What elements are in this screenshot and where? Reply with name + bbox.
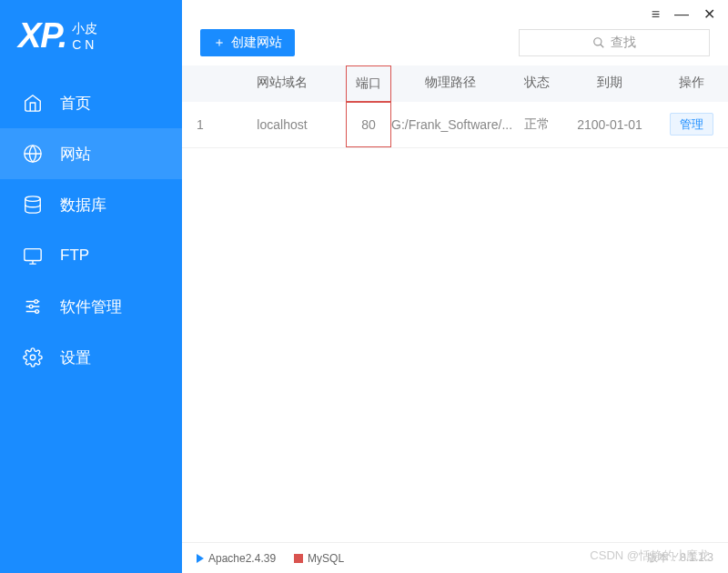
nav-label: 软件管理 [60,297,122,317]
table-header: 网站域名 端口 物理路径 状态 到期 操作 [182,65,728,102]
monitor-icon [22,245,44,266]
logo-main: XP. [18,16,66,55]
manage-button[interactable]: 管理 [670,113,713,136]
nav: 首页 网站 数据库 FTP 软件管理 设置 [0,77,182,573]
td-expire: 2100-01-01 [564,117,655,132]
svg-rect-2 [25,249,41,261]
gear-icon [22,347,44,368]
svg-point-3 [35,300,38,304]
globe-icon [22,143,44,165]
sliders-icon [22,296,44,317]
nav-item-settings[interactable]: 设置 [0,332,182,383]
th-action: 操作 [655,75,728,93]
version-label: 版本：8.1.1.3 [647,550,713,566]
td-port: 80 [346,102,391,147]
nav-label: 网站 [60,144,91,165]
td-idx: 1 [182,117,218,132]
td-action: 管理 [655,116,728,133]
svg-point-6 [30,355,35,360]
logo-sub2: C N [72,36,97,53]
database-icon [22,194,44,216]
sidebar: XP. 小皮 C N 首页 网站 数据库 FTP [0,0,182,573]
mysql-label: MySQL [308,552,344,565]
svg-point-7 [594,38,602,45]
th-idx [182,75,218,93]
create-website-button[interactable]: ＋ 创建网站 [200,29,295,56]
nav-item-website[interactable]: 网站 [0,128,182,179]
close-icon[interactable]: ✕ [703,7,715,22]
td-path: G:/Frank_Software/... [391,117,510,132]
apache-label: Apache2.4.39 [208,552,276,565]
play-icon [197,554,204,563]
status-apache: Apache2.4.39 [197,552,276,565]
minimize-icon[interactable]: — [674,7,689,22]
plus-icon: ＋ [213,35,226,51]
th-port: 端口 [346,65,391,102]
stop-icon [294,554,303,563]
nav-item-ftp[interactable]: FTP [0,230,182,281]
toolbar: ＋ 创建网站 查找 [182,29,728,65]
search-placeholder: 查找 [611,35,636,51]
statusbar: Apache2.4.39 MySQL 版本：8.1.1.3 [182,542,728,573]
nav-label: FTP [60,246,89,265]
home-icon [22,92,44,114]
svg-point-4 [29,305,33,308]
main: ≡ — ✕ ＋ 创建网站 查找 网站域名 端口 物理路径 状态 到期 操作 1 [182,0,728,573]
td-domain: localhost [218,117,346,132]
table-row: 1 localhost 80 G:/Frank_Software/... 正常 … [182,102,728,148]
status-mysql: MySQL [294,552,344,565]
create-label: 创建网站 [231,35,282,51]
svg-point-1 [25,196,41,202]
th-domain: 网站域名 [218,75,346,93]
nav-label: 设置 [60,347,91,368]
logo-sub1: 小皮 [72,20,97,36]
th-expire: 到期 [564,75,655,93]
nav-item-home[interactable]: 首页 [0,77,182,128]
search-input[interactable]: 查找 [519,29,710,56]
nav-label: 首页 [60,93,91,114]
titlebar: ≡ — ✕ [182,0,728,29]
logo: XP. 小皮 C N [0,0,182,77]
svg-point-5 [35,310,39,314]
td-status: 正常 [510,116,564,133]
nav-label: 数据库 [60,195,106,216]
menu-icon[interactable]: ≡ [652,7,660,22]
search-icon [592,36,605,49]
nav-item-software[interactable]: 软件管理 [0,281,182,332]
th-status: 状态 [510,75,564,93]
nav-item-database[interactable]: 数据库 [0,179,182,230]
th-path: 物理路径 [391,75,510,93]
